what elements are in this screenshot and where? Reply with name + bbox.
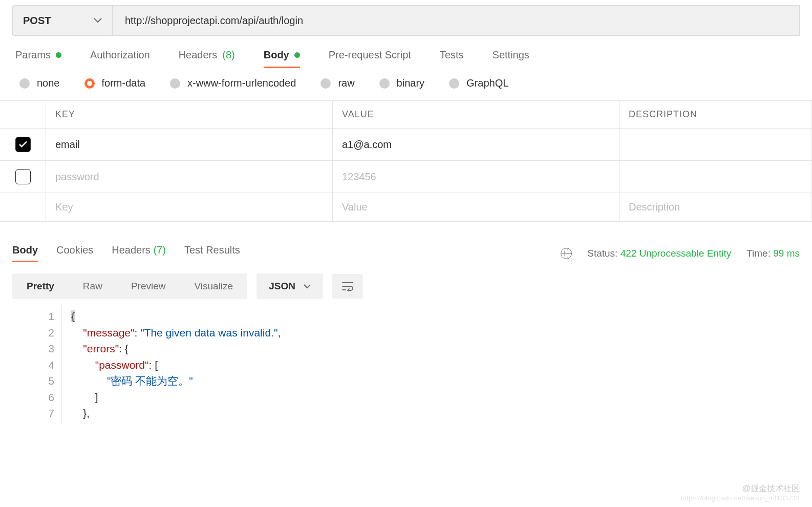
radio-icon xyxy=(379,78,390,89)
view-mode-segment: Pretty Raw Preview Visualize xyxy=(12,273,247,299)
view-raw[interactable]: Raw xyxy=(69,273,117,299)
response-tab-test-results[interactable]: Test Results xyxy=(184,244,240,262)
tab-headers[interactable]: Headers (8) xyxy=(179,49,235,68)
cell-value[interactable]: a1@a.com xyxy=(333,129,619,160)
cell-description[interactable] xyxy=(619,129,812,160)
body-type-raw[interactable]: raw xyxy=(320,77,354,89)
status-dot-icon xyxy=(56,52,61,58)
wrap-icon xyxy=(341,281,354,291)
body-type-selector: none form-data x-www-form-urlencoded raw… xyxy=(0,68,812,100)
table-row-new: Key Value Description xyxy=(0,193,812,222)
radio-icon xyxy=(449,78,459,89)
request-tabs: Params Authorization Headers (8) Body Pr… xyxy=(0,36,812,68)
body-type-binary[interactable]: binary xyxy=(379,77,424,89)
tab-authorization[interactable]: Authorization xyxy=(90,49,150,68)
tab-settings[interactable]: Settings xyxy=(493,49,529,68)
cell-key[interactable]: email xyxy=(46,129,333,160)
response-body-viewer[interactable]: 1234567 { "message": "The given data was… xyxy=(12,305,800,425)
body-type-form-data[interactable]: form-data xyxy=(84,77,146,89)
tab-body[interactable]: Body xyxy=(264,49,300,68)
cell-value[interactable]: 123456 xyxy=(333,161,619,193)
body-type-graphql[interactable]: GraphQL xyxy=(449,77,508,89)
body-type-urlencoded[interactable]: x-www-form-urlencoded xyxy=(170,77,296,89)
cell-description-placeholder[interactable]: Description xyxy=(619,193,812,221)
col-value: VALUE xyxy=(333,101,619,128)
check-icon xyxy=(18,141,28,148)
response-tab-body[interactable]: Body xyxy=(12,244,38,262)
time-block[interactable]: Time: 99 ms xyxy=(746,248,800,259)
chevron-down-icon xyxy=(304,284,311,289)
row-checkbox[interactable] xyxy=(15,137,31,152)
row-checkbox[interactable] xyxy=(15,169,31,184)
cell-key-placeholder[interactable]: Key xyxy=(46,193,333,221)
http-method-dropdown[interactable]: POST xyxy=(12,5,112,36)
table-header-row: KEY VALUE DESCRIPTION xyxy=(0,101,812,129)
wrap-lines-button[interactable] xyxy=(332,274,363,299)
col-description: DESCRIPTION xyxy=(619,101,812,128)
request-url-input[interactable]: http://shopprojectapi.com/api/auth/login xyxy=(112,5,800,36)
cell-key[interactable]: password xyxy=(46,161,333,193)
body-type-none[interactable]: none xyxy=(19,77,60,89)
radio-icon xyxy=(84,78,95,89)
globe-icon[interactable] xyxy=(561,248,572,259)
radio-icon xyxy=(320,78,331,89)
http-method-label: POST xyxy=(23,15,51,27)
table-row: password 123456 xyxy=(0,161,812,193)
radio-icon xyxy=(19,78,30,89)
tab-pre-request-script[interactable]: Pre-request Script xyxy=(329,49,411,68)
form-data-table: KEY VALUE DESCRIPTION email a1@a.com pas… xyxy=(0,100,812,222)
response-tab-headers[interactable]: Headers (7) xyxy=(112,244,166,262)
view-preview[interactable]: Preview xyxy=(117,273,180,299)
view-visualize[interactable]: Visualize xyxy=(180,273,247,299)
line-gutter: 1234567 xyxy=(12,305,61,425)
status-dot-icon xyxy=(294,52,300,58)
tab-tests[interactable]: Tests xyxy=(440,49,464,68)
response-meta: Status: 422 Unprocessable Entity Time: 9… xyxy=(561,248,800,259)
response-tab-cookies[interactable]: Cookies xyxy=(56,244,93,262)
cell-value-placeholder[interactable]: Value xyxy=(333,193,619,221)
chevron-down-icon xyxy=(94,18,102,23)
radio-icon xyxy=(170,78,180,89)
table-row: email a1@a.com xyxy=(0,129,812,161)
cell-description[interactable] xyxy=(619,161,812,193)
col-key: KEY xyxy=(46,101,333,128)
response-tabs: Body Cookies Headers (7) Test Results xyxy=(12,244,240,262)
view-pretty[interactable]: Pretty xyxy=(12,273,69,299)
request-url-text: http://shopprojectapi.com/api/auth/login xyxy=(125,15,303,27)
code-content: { "message": "The given data was invalid… xyxy=(61,305,281,425)
status-block[interactable]: Status: 422 Unprocessable Entity xyxy=(587,248,731,259)
response-format-dropdown[interactable]: JSON xyxy=(257,273,323,299)
tab-params[interactable]: Params xyxy=(15,49,61,68)
